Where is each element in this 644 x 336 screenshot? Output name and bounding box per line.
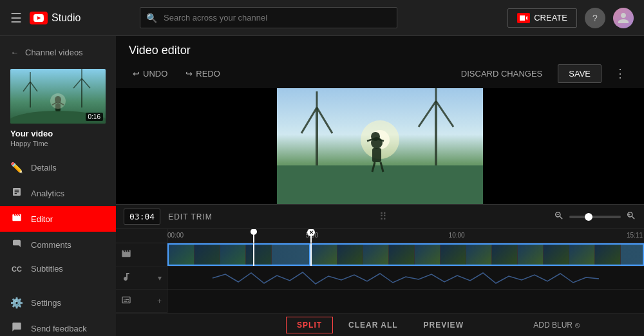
analytics-icon — [10, 187, 23, 200]
video-clip-1[interactable] — [167, 243, 310, 266]
video-title: Your video — [10, 129, 106, 138]
create-button[interactable]: CREATE — [507, 8, 577, 28]
comments-icon — [10, 238, 23, 251]
sidebar-item-feedback[interactable]: Send feedback — [0, 315, 116, 336]
menu-icon[interactable]: ☰ — [10, 10, 22, 26]
discard-button[interactable]: DISCARD CHANGES — [453, 65, 550, 82]
timeline-ruler: 00:00 5:00 10:00 15:11 ✕ — [116, 229, 644, 243]
drag-handle-icon: ⠿ — [379, 210, 387, 223]
settings-icon: ⚙️ — [10, 297, 23, 309]
redo-button[interactable]: ↪ REDO — [182, 66, 224, 81]
details-label: Details — [31, 163, 57, 173]
create-cam-icon — [517, 13, 530, 23]
undo-icon: ↩ — [133, 69, 140, 79]
feedback-label: Send feedback — [31, 324, 87, 333]
ruler-mark-15: 15:11 — [627, 232, 643, 239]
details-icon: ✏️ — [10, 162, 23, 174]
clear-all-button[interactable]: CLEAR ALL — [338, 317, 408, 333]
subtitles-label: Subtitles — [31, 264, 63, 274]
video-preview-wrap — [116, 88, 644, 204]
undo-button[interactable]: ↩ UNDO — [129, 66, 171, 81]
clip-thumbnails-1 — [169, 245, 309, 265]
video-preview — [277, 88, 483, 204]
add-blur-label: ADD BLUR — [533, 321, 573, 330]
editor-header: Video editor ↩ UNDO ↪ REDO DISCARD CHANG… — [116, 36, 644, 88]
track-content — [167, 243, 644, 313]
back-arrow-icon: ← — [10, 48, 19, 57]
split-track-line — [310, 243, 312, 266]
zoom-controls — [554, 210, 636, 223]
preview-button[interactable]: PREVIEW — [413, 317, 474, 333]
video-subtitle: Happy Time — [10, 140, 106, 147]
content-area: Video editor ↩ UNDO ↪ REDO DISCARD CHANG… — [116, 36, 644, 336]
audio-expand-button[interactable]: ▾ — [158, 274, 162, 283]
back-label: Channel videos — [25, 48, 83, 57]
split-button[interactable]: SPLIT — [286, 317, 333, 333]
feedback-icon — [10, 322, 23, 335]
save-button[interactable]: SAVE — [558, 64, 601, 83]
sidebar-item-editor[interactable]: Editor — [0, 206, 116, 232]
video-clip-2[interactable] — [310, 243, 644, 266]
video-track[interactable] — [167, 243, 644, 266]
add-blur-icon: ⎋ — [575, 321, 580, 330]
sidebar-item-analytics[interactable]: Analytics — [0, 180, 116, 206]
svg-rect-6 — [81, 79, 82, 107]
main-layout: ← Channel videos — [0, 36, 644, 336]
subtitles-track — [167, 290, 644, 313]
clip-thumbnails-2 — [312, 245, 643, 265]
editor-label: Editor — [31, 214, 53, 224]
more-options-icon[interactable]: ⋮ — [609, 64, 631, 83]
thumb-duration: 0:16 — [86, 113, 103, 121]
zoom-thumb — [585, 213, 592, 221]
svg-rect-28 — [372, 148, 381, 162]
search-bar: 🔍 — [140, 7, 397, 28]
subtitle-track-icon — [121, 295, 131, 308]
editor-icon — [10, 212, 23, 225]
sidebar-item-settings[interactable]: ⚙️ Settings — [0, 290, 116, 315]
action-buttons: SPLIT CLEAR ALL PREVIEW — [286, 317, 474, 333]
subtitles-icon: CC — [10, 265, 23, 273]
ruler-spacer — [116, 229, 167, 243]
studio-label: Studio — [52, 12, 80, 24]
search-icon: 🔍 — [146, 13, 157, 23]
avatar[interactable] — [613, 8, 634, 28]
topnav-right: CREATE ? — [507, 8, 634, 28]
analytics-label: Analytics — [31, 189, 64, 198]
video-track-icon-row — [116, 243, 167, 266]
undo-label: UNDO — [143, 69, 167, 79]
svg-rect-18 — [277, 165, 483, 204]
audio-track — [167, 266, 644, 290]
sidebar-item-subtitles[interactable]: CC Subtitles — [0, 257, 116, 280]
timeline-body: 00:00 5:00 10:00 15:11 ✕ — [116, 229, 644, 336]
channel-thumbnail: 0:16 — [10, 69, 106, 124]
playhead-track-line — [253, 243, 254, 266]
subtitle-track-icon-row: + — [116, 290, 167, 313]
help-icon[interactable]: ? — [585, 8, 605, 28]
svg-point-14 — [50, 93, 66, 109]
edit-trim-button[interactable]: EDIT TRIM — [168, 212, 213, 221]
search-input[interactable] — [140, 7, 397, 28]
redo-label: REDO — [196, 69, 220, 79]
redo-icon: ↪ — [185, 69, 193, 79]
audio-track-icon-row: ▾ — [116, 266, 167, 290]
channel-preview[interactable]: 0:16 Your video Happy Time — [0, 64, 116, 155]
editor-toolbar: ↩ UNDO ↪ REDO DISCARD CHANGES SAVE ⋮ — [129, 64, 631, 83]
subtitle-add-button[interactable]: + — [157, 297, 162, 306]
playhead-circle — [251, 229, 257, 235]
logo[interactable]: Studio — [30, 12, 80, 24]
comments-label: Comments — [31, 240, 71, 250]
add-blur-button[interactable]: ADD BLUR ⎋ — [533, 321, 580, 330]
zoom-out-icon[interactable] — [554, 210, 564, 223]
timeline-controls: 03:04 EDIT TRIM ⠿ — [116, 205, 644, 229]
waveform — [167, 266, 644, 289]
zoom-slider[interactable] — [569, 216, 621, 218]
ruler-mark-10: 10:00 — [449, 232, 465, 239]
svg-rect-19 — [316, 107, 318, 165]
zoom-in-icon[interactable] — [626, 210, 636, 223]
toolbar-right: DISCARD CHANGES SAVE ⋮ — [453, 64, 631, 83]
sidebar-item-comments[interactable]: Comments — [0, 232, 116, 257]
sidebar-back[interactable]: ← Channel videos — [0, 41, 116, 64]
track-icons-col: ▾ + — [116, 243, 167, 313]
sidebar-item-details[interactable]: ✏️ Details — [0, 155, 116, 180]
svg-rect-2 — [30, 82, 31, 107]
